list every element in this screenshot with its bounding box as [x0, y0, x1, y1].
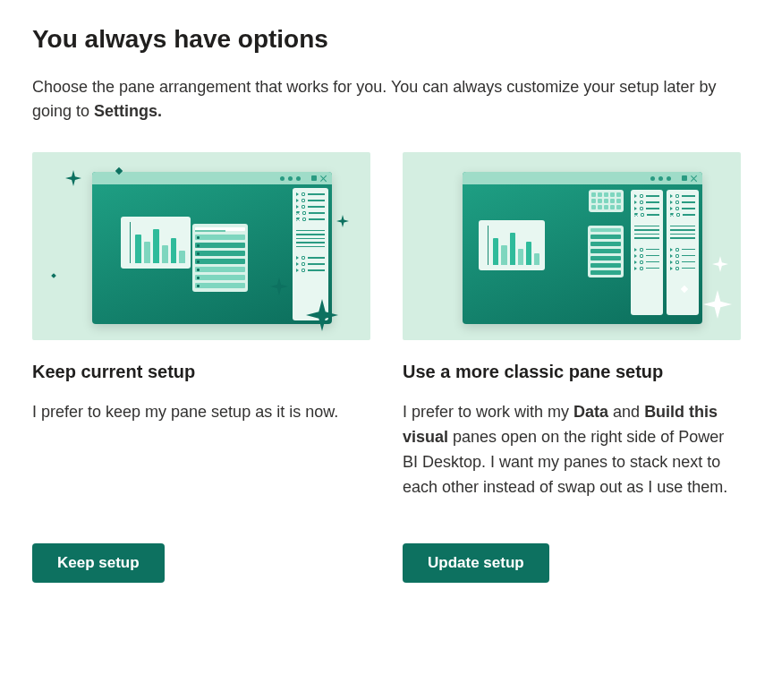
options-row: Keep current setup I prefer to keep my p… — [32, 152, 741, 500]
sparkle-icon — [712, 256, 728, 272]
option-classic-title: Use a more classic pane setup — [403, 362, 741, 382]
page-desc-settings-bold: Settings. — [94, 102, 162, 120]
text: I prefer to work with my — [403, 403, 573, 421]
side-stacked-panel — [631, 190, 663, 315]
properties-list-panel — [588, 226, 624, 277]
bold-data: Data — [573, 403, 608, 421]
text: panes open on the right side of Power BI… — [403, 428, 727, 496]
option-keep-current: Keep current setup I prefer to keep my p… — [32, 152, 370, 500]
sparkle-icon — [703, 290, 732, 319]
option-keep-desc: I prefer to keep my pane setup as it is … — [32, 400, 370, 500]
page-description: Choose the pane arrangement that works f… — [32, 75, 741, 124]
update-setup-button[interactable]: Update setup — [403, 543, 549, 583]
keep-setup-button[interactable]: Keep setup — [32, 543, 165, 583]
button-row: Keep setup Update setup — [32, 543, 741, 583]
illustration-keep-current — [32, 152, 370, 340]
option-classic: Use a more classic pane setup I prefer t… — [403, 152, 741, 500]
illustration-classic — [403, 152, 741, 340]
sparkle-dot-icon — [51, 273, 56, 278]
text: and — [608, 403, 644, 421]
window-titlebar-icon — [92, 172, 332, 184]
page-title: You always have options — [32, 25, 741, 54]
option-keep-title: Keep current setup — [32, 362, 370, 382]
chart-icon — [121, 217, 191, 269]
sparkle-icon — [65, 170, 81, 186]
floating-list-panel — [192, 224, 248, 292]
sparkle-icon — [306, 299, 338, 331]
visual-gallery-panel — [589, 190, 624, 212]
sparkle-icon — [270, 277, 288, 295]
option-classic-desc: I prefer to work with my Data and Build … — [403, 400, 741, 500]
side-stacked-panel — [667, 190, 699, 315]
sparkle-icon — [336, 215, 349, 227]
window-titlebar-icon — [463, 172, 702, 184]
chart-icon — [479, 220, 545, 270]
